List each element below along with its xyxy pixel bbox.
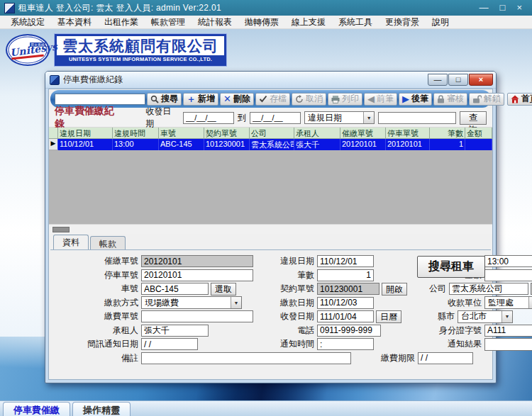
scrollbar-thumb[interactable] — [52, 227, 70, 232]
grid-selected-row[interactable]: ▶ 110/12/01 13:00 ABC-145 101230001 雲太系統… — [49, 139, 492, 150]
bottom-taskbar: 停車費催繳 操作精靈 — [0, 400, 532, 416]
maximize-icon[interactable]: □ — [500, 1, 506, 15]
tab-data[interactable]: 資料 — [53, 235, 89, 249]
minimize-icon[interactable]: — — [480, 1, 489, 15]
phone-field[interactable] — [317, 325, 381, 337]
col-header-car-no[interactable]: 車號 — [159, 128, 204, 139]
menu-system-settings[interactable]: 系統設定 — [4, 16, 51, 29]
col-header-amount[interactable]: 金額 — [465, 128, 492, 139]
print-button: 列印 — [328, 93, 362, 106]
search-button[interactable]: 搜尋 — [147, 93, 182, 106]
issue-date-field[interactable] — [317, 310, 374, 322]
violation-time-field[interactable] — [484, 255, 532, 267]
col-header-urge-no[interactable]: 催繳單號 — [340, 128, 386, 139]
taskbar-tab-parking-fee[interactable]: 停車費催繳 — [3, 402, 70, 416]
fee-no-field[interactable] — [141, 310, 253, 322]
collect-unit-select[interactable]: 監理處 ▼ — [484, 296, 532, 309]
page-title: 停車費催繳紀錄 — [55, 105, 123, 130]
window-controls: — □ × — [480, 1, 528, 15]
taskbar-tab-wizard[interactable]: 操作精靈 — [72, 402, 131, 416]
renter-field[interactable] — [141, 325, 209, 337]
col-header-parking-no[interactable]: 停車單號 — [386, 128, 430, 139]
search-rental-button[interactable]: 搜尋租車 — [417, 256, 485, 278]
menu-account-management[interactable]: 帳款管理 — [145, 16, 192, 29]
company-name-box: 雲太系統顧問有限公司 UNITESYS SYSTEM INFORMATION S… — [55, 34, 226, 66]
dialog-titlebar[interactable]: 停車費催繳紀錄 — □ × — [45, 72, 496, 89]
col-header-company[interactable]: 公司 — [250, 128, 294, 139]
memo-field[interactable] — [141, 352, 351, 364]
contract-no-field — [317, 283, 379, 295]
deadline-field[interactable] — [418, 352, 473, 364]
county-select[interactable]: 台北市 ▼ — [458, 310, 513, 323]
grid-header-row: 違規日期 違規時間 車號 契約單號 公司 承租人 催繳單號 停車單號 筆數 金額 — [49, 128, 492, 139]
chevron-down-icon: ▼ — [501, 311, 512, 322]
urge-no-field — [141, 255, 253, 267]
search-icon — [150, 95, 159, 103]
detail-form: 搜尋租車 催繳單號 違規日期 違規時間 停車單號 筆數 金額 — [49, 250, 492, 379]
dialog-body: 搜尋 ＋ 新增 ✕ 刪除 存檔 取消 — [48, 89, 493, 380]
fee-no-label: 繳費單號 — [52, 310, 141, 322]
notify-time-field[interactable] — [317, 338, 374, 350]
cell-violation-date: 110/12/01 — [58, 139, 113, 150]
grid-horizontal-scrollbar[interactable] — [49, 224, 492, 234]
col-header-count[interactable]: 筆數 — [430, 128, 465, 139]
menu-statistics-reports[interactable]: 統計報表 — [192, 16, 238, 29]
query-button[interactable]: 查詢 — [460, 111, 487, 125]
company-name-en: UNITESYS SYSTEM INFORMATION SERVICE CO.,… — [57, 55, 224, 64]
dialog-close-icon[interactable]: × — [469, 74, 493, 86]
check-icon — [259, 95, 267, 103]
cell-amount — [465, 139, 492, 150]
unlock-icon — [472, 95, 482, 103]
parking-no-field[interactable] — [141, 269, 253, 281]
undo-arrow-icon — [295, 95, 304, 103]
violation-date-field[interactable] — [317, 255, 374, 267]
company-name-zh: 雲太系統顧問有限公司 — [57, 36, 224, 55]
col-header-renter[interactable]: 承租人 — [294, 128, 340, 139]
pay-date-field[interactable] — [317, 297, 374, 309]
cell-car-no: ABC-145 — [159, 139, 204, 150]
printer-icon — [331, 95, 340, 103]
calendar-button[interactable]: 日曆 — [376, 310, 401, 323]
urge-no-label: 催繳單號 — [52, 255, 141, 267]
car-no-field[interactable] — [141, 283, 209, 295]
count-field[interactable] — [317, 269, 374, 281]
open-contract-button[interactable]: 開啟 — [382, 283, 407, 296]
menu-help[interactable]: 說明 — [426, 16, 455, 29]
pay-method-select[interactable]: 現場繳費 ▼ — [141, 296, 242, 309]
close-icon[interactable]: × — [516, 1, 522, 15]
notify-result-select[interactable]: ▼ — [484, 338, 532, 351]
tab-account[interactable]: 帳款 — [90, 236, 126, 249]
menu-basic-data[interactable]: 基本資料 — [51, 16, 98, 29]
toolbar-quick-input[interactable] — [55, 94, 145, 105]
add-button[interactable]: ＋ 新增 — [183, 93, 218, 106]
menu-rental-operations[interactable]: 出租作業 — [98, 16, 145, 29]
previous-record-button: ◀ 前筆 — [364, 93, 397, 106]
col-header-violation-time[interactable]: 違規時間 — [113, 128, 159, 139]
company-field[interactable] — [449, 283, 528, 295]
date-to-input[interactable] — [250, 112, 301, 124]
sms-date-field[interactable] — [141, 338, 198, 350]
delete-button[interactable]: ✕ 刪除 — [220, 93, 254, 106]
dialog-maximize-icon[interactable]: □ — [448, 74, 468, 86]
col-header-violation-date[interactable]: 違規日期 — [58, 128, 113, 139]
menu-voucher-transfer[interactable]: 拋轉傳票 — [238, 16, 285, 29]
date-from-input[interactable] — [183, 112, 234, 124]
id-no-field[interactable] — [484, 325, 532, 337]
logo-badge-text: 雲太系統 — [30, 43, 45, 47]
cell-renter: 張大千 — [294, 139, 340, 150]
filter-field-select[interactable]: 違規日期 ▼ — [304, 111, 375, 124]
cell-violation-time: 13:00 — [113, 139, 159, 150]
amount-field[interactable] — [484, 269, 532, 281]
form-row: 簡訊通知日期 通知時間 通知結果 ▼ — [52, 337, 488, 352]
home-button[interactable]: 首頁 — [507, 93, 532, 106]
pick-car-button[interactable]: 選取 — [211, 283, 236, 296]
menu-change-background[interactable]: 更換背景 — [379, 16, 426, 29]
menu-online-support[interactable]: 線上支援 — [285, 16, 332, 29]
dialog-minimize-icon[interactable]: — — [428, 74, 448, 86]
audit-button: 審核 — [433, 93, 467, 106]
next-record-button[interactable]: ▶ 後筆 — [399, 93, 432, 106]
keyword-input[interactable] — [378, 112, 456, 124]
form-row: 備註 繳費期限 — [52, 352, 488, 366]
menu-system-tools[interactable]: 系統工具 — [332, 16, 379, 29]
col-header-contract-no[interactable]: 契約單號 — [204, 128, 250, 139]
